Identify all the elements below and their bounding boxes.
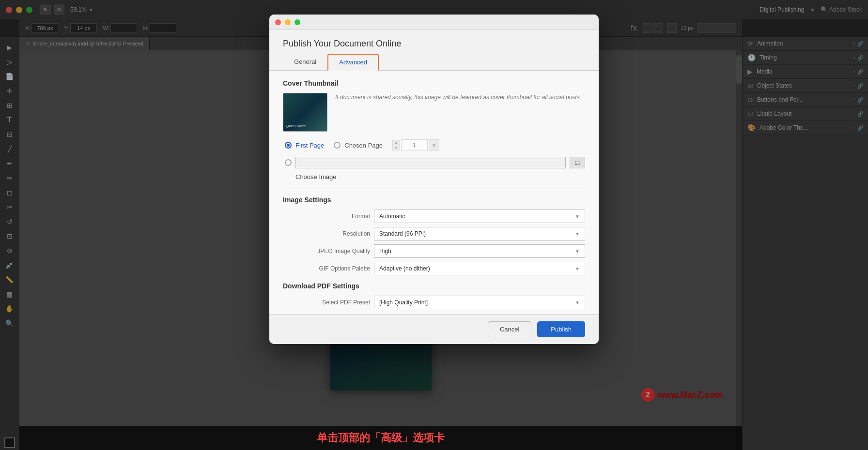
gif-palette-dropdown-icon: ▼ (575, 266, 580, 271)
pdf-preset-value: [High Quality Print] (379, 299, 428, 306)
thumbnail-preview: Quiet Places (283, 93, 327, 132)
dialog-zoom-btn[interactable] (294, 19, 300, 25)
thumbnail-description: If document is shared socially, this ima… (335, 93, 585, 132)
tab-advanced[interactable]: Advanced (327, 54, 379, 71)
resolution-value: Standard (96 PPI) (379, 230, 426, 237)
first-page-label: First Page (295, 142, 324, 149)
chinese-annotation: 单击顶部的「高级」选项卡 (317, 431, 445, 445)
publish-dialog: Publish Your Document Online General Adv… (269, 15, 599, 344)
chosen-page-radio-circle (334, 142, 341, 149)
jpeg-quality-select[interactable]: High ▼ (374, 244, 585, 258)
settings-grid: Format Automatic ▼ Resolution Standard (… (283, 210, 585, 275)
page-spinner-up[interactable]: ▲ (392, 140, 400, 145)
thumbnail-row: Quiet Places If document is shared socia… (283, 93, 585, 132)
choose-image-row: 🗂 (283, 157, 585, 168)
chosen-page-label: Chosen Page (344, 142, 383, 149)
tab-general[interactable]: General (283, 54, 327, 70)
dialog-minimize-btn[interactable] (285, 19, 291, 25)
image-settings-title: Image Settings (283, 196, 585, 204)
first-page-radio[interactable]: First Page (285, 142, 324, 149)
download-pdf-title: Download PDF Settings (283, 282, 585, 290)
page-spinner-down[interactable]: ▼ (392, 145, 400, 150)
thumbnail-book-title: Quiet Places (286, 124, 306, 128)
choose-image-label: Choose Image (295, 173, 337, 180)
publish-button[interactable]: Publish (537, 321, 585, 337)
dialog-titlebar (269, 15, 599, 30)
page-number-control[interactable]: ▲ ▼ ▼ (392, 139, 439, 151)
pdf-preset-dropdown-icon: ▼ (575, 300, 580, 305)
dialog-title: Publish Your Document Online (269, 30, 599, 54)
download-pdf-section: Download PDF Settings Select PDF Preset … (283, 282, 585, 309)
resolution-dropdown-icon: ▼ (575, 231, 580, 237)
page-dropdown-arrow[interactable]: ▼ (429, 139, 439, 151)
cover-thumbnail-title: Cover Thumbnail (283, 79, 585, 87)
gif-palette-value: Adaptive (no dither) (379, 265, 430, 272)
dialog-tabs: General Advanced (269, 54, 599, 71)
format-select[interactable]: Automatic ▼ (374, 210, 585, 223)
annotation-bar: 单击顶部的「高级」选项卡 (19, 426, 742, 450)
image-settings-section: Image Settings Format Automatic ▼ Resolu… (283, 196, 585, 275)
resolution-select[interactable]: Standard (96 PPI) ▼ (374, 227, 585, 240)
jpeg-quality-value: High (379, 248, 391, 255)
section-divider (283, 189, 585, 189)
jpeg-quality-label: JPEG Image Quality (283, 248, 370, 255)
pdf-preset-select[interactable]: [High Quality Print] ▼ (374, 296, 585, 309)
pdf-settings-grid: Select PDF Preset [High Quality Print] ▼ (283, 296, 585, 309)
cover-thumbnail-section: Cover Thumbnail Quiet Places If document… (283, 79, 585, 181)
format-dropdown-icon: ▼ (575, 214, 580, 219)
cancel-button[interactable]: Cancel (488, 321, 531, 337)
choose-image-radio[interactable] (285, 159, 292, 166)
gif-palette-select[interactable]: Adaptive (no dither) ▼ (374, 262, 585, 275)
dialog-footer: Cancel Publish (269, 314, 599, 344)
jpeg-quality-dropdown-icon: ▼ (575, 249, 580, 254)
resolution-label: Resolution (283, 230, 370, 237)
dialog-close-btn[interactable] (275, 19, 281, 25)
format-value: Automatic (379, 213, 405, 220)
first-page-radio-circle (285, 142, 292, 149)
chosen-page-radio[interactable]: Chosen Page (334, 142, 383, 149)
pdf-preset-label: Select PDF Preset (283, 299, 370, 306)
page-spinner[interactable]: ▲ ▼ (392, 140, 400, 150)
dialog-overlay: Publish Your Document Online General Adv… (0, 0, 868, 450)
choose-image-path-input[interactable] (295, 157, 566, 168)
folder-icon: 🗂 (574, 159, 581, 166)
page-selection-row: First Page Chosen Page ▲ ▼ ▼ (283, 139, 585, 151)
page-number-input[interactable] (401, 139, 428, 151)
dialog-body: Cover Thumbnail Quiet Places If document… (269, 71, 599, 314)
gif-palette-label: GIF Options Palette (283, 265, 370, 272)
first-page-radio-dot (287, 144, 290, 147)
choose-image-folder-btn[interactable]: 🗂 (570, 157, 585, 168)
format-label: Format (283, 213, 370, 220)
